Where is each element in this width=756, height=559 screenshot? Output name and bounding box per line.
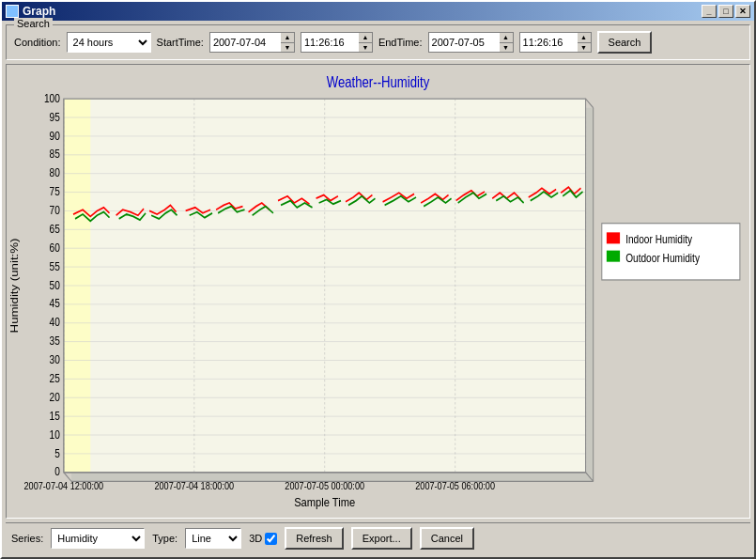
title-area: Graph xyxy=(6,5,55,18)
svg-rect-67 xyxy=(607,232,620,243)
start-date-down[interactable]: ▼ xyxy=(281,43,294,53)
start-date-spinner[interactable]: ▲ ▼ xyxy=(209,32,295,53)
svg-text:65: 65 xyxy=(50,223,60,235)
svg-text:85: 85 xyxy=(50,148,60,161)
start-time-spinner[interactable]: ▲ ▼ xyxy=(301,32,373,53)
end-time-spinner[interactable]: ▲ ▼ xyxy=(519,32,592,53)
svg-text:50: 50 xyxy=(50,279,60,291)
svg-text:Outdoor Humidity: Outdoor Humidity xyxy=(625,252,700,264)
end-date-spin-buttons: ▲ ▼ xyxy=(500,32,514,53)
start-time-spin-buttons: ▲ ▼ xyxy=(359,32,373,53)
end-date-down[interactable]: ▼ xyxy=(500,43,513,53)
series-select[interactable]: Humidity Temperature xyxy=(51,528,145,549)
cancel-button[interactable]: Cancel xyxy=(420,527,474,550)
titlebar-buttons: _ □ ✕ xyxy=(702,5,750,18)
svg-text:10: 10 xyxy=(50,428,60,441)
start-time-input[interactable] xyxy=(301,32,359,53)
end-time-up[interactable]: ▲ xyxy=(578,33,591,43)
chart-svg: Weather--Humidity xyxy=(7,65,749,518)
svg-text:35: 35 xyxy=(50,334,60,347)
maximize-button[interactable]: □ xyxy=(718,5,733,18)
start-time-down[interactable]: ▼ xyxy=(359,43,372,53)
search-panel: Search Condition: 24 hours 48 hours 1 we… xyxy=(6,24,750,60)
search-panel-label: Search xyxy=(14,18,53,29)
end-time-label: EndTime: xyxy=(378,37,423,48)
svg-text:0: 0 xyxy=(54,466,60,478)
window-icon xyxy=(6,5,19,18)
svg-text:60: 60 xyxy=(50,241,60,254)
content-area: Search Condition: 24 hours 48 hours 1 we… xyxy=(2,21,754,557)
refresh-button[interactable]: Refresh xyxy=(285,527,344,550)
search-row: Condition: 24 hours 48 hours 1 week Cust… xyxy=(14,31,742,54)
3d-group: 3D xyxy=(249,533,277,545)
search-button[interactable]: Search xyxy=(597,31,653,54)
svg-text:40: 40 xyxy=(50,317,60,329)
svg-text:55: 55 xyxy=(50,260,60,272)
3d-checkbox[interactable] xyxy=(265,533,277,545)
svg-text:Indoor Humidity: Indoor Humidity xyxy=(625,234,692,246)
svg-text:25: 25 xyxy=(50,372,60,384)
type-select[interactable]: Line Bar Scatter xyxy=(185,528,241,549)
svg-text:Weather--Humidity: Weather--Humidity xyxy=(327,74,430,90)
end-time-down[interactable]: ▼ xyxy=(578,43,591,53)
svg-text:95: 95 xyxy=(50,111,60,123)
svg-text:30: 30 xyxy=(50,353,60,365)
end-time-input[interactable] xyxy=(519,32,578,53)
series-label: Series: xyxy=(11,533,43,544)
svg-text:20: 20 xyxy=(50,391,60,403)
3d-label: 3D xyxy=(249,533,262,544)
end-date-up[interactable]: ▲ xyxy=(500,33,513,43)
start-time-up[interactable]: ▲ xyxy=(359,33,372,43)
svg-text:Humidity (unit:%): Humidity (unit:%) xyxy=(8,239,21,334)
condition-label: Condition: xyxy=(14,37,61,48)
svg-text:90: 90 xyxy=(50,130,60,142)
titlebar: Graph _ □ ✕ xyxy=(2,2,754,21)
condition-select[interactable]: 24 hours 48 hours 1 week Custom xyxy=(67,32,151,53)
main-window: Graph _ □ ✕ Search Condition: 24 hours 4… xyxy=(0,0,756,559)
export-button[interactable]: Export... xyxy=(351,527,412,550)
svg-text:75: 75 xyxy=(50,185,60,197)
end-time-spin-buttons: ▲ ▼ xyxy=(578,32,592,53)
svg-text:5: 5 xyxy=(54,447,60,459)
type-label: Type: xyxy=(152,533,177,544)
end-date-spinner[interactable]: ▲ ▼ xyxy=(428,32,514,53)
window-title: Graph xyxy=(23,5,55,18)
minimize-button[interactable]: _ xyxy=(702,5,717,18)
svg-text:Sample Time: Sample Time xyxy=(294,495,355,509)
start-date-up[interactable]: ▲ xyxy=(281,33,294,43)
svg-text:70: 70 xyxy=(50,204,60,216)
svg-rect-69 xyxy=(607,251,620,262)
svg-text:15: 15 xyxy=(50,410,60,422)
bottom-toolbar: Series: Humidity Temperature Type: Line … xyxy=(6,522,750,553)
svg-text:80: 80 xyxy=(50,166,60,179)
start-date-input[interactable] xyxy=(209,32,281,53)
close-button[interactable]: ✕ xyxy=(735,5,750,18)
svg-text:100: 100 xyxy=(44,92,60,104)
end-date-input[interactable] xyxy=(428,32,500,53)
svg-text:45: 45 xyxy=(50,298,60,310)
start-time-label: StartTime: xyxy=(157,37,204,48)
start-date-spin-buttons: ▲ ▼ xyxy=(281,32,295,53)
graph-container: Weather--Humidity xyxy=(6,64,750,519)
